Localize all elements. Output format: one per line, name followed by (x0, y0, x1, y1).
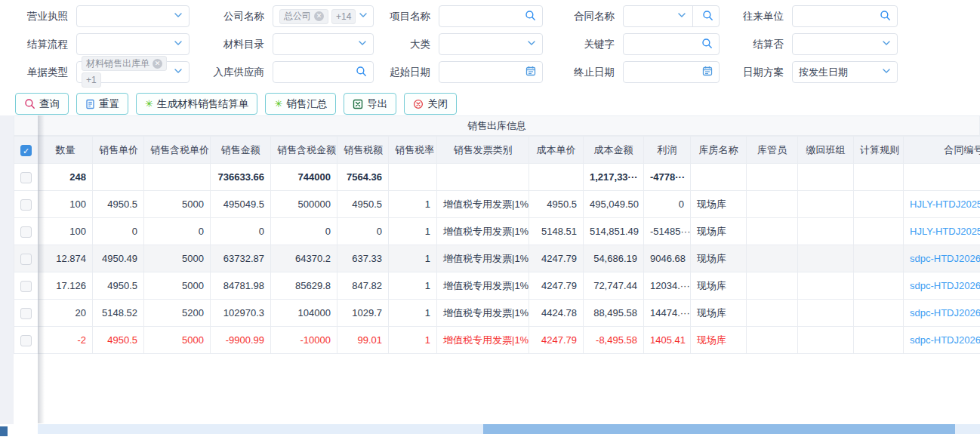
summary-row[interactable]: 248736633.667440007564.361,217,33···-477… (14, 164, 980, 191)
generate-settlement-button[interactable]: ✳生成材料销售结算单 (136, 93, 257, 115)
cell-invoice_type: 增值税专用发票|1% (437, 327, 529, 354)
contract-link[interactable]: HJLY-HTDJ20251 (910, 198, 980, 210)
column-header-invoice_type[interactable]: 销售发票类别 (437, 137, 529, 164)
scrollbar-corner (0, 426, 8, 436)
column-header-sale_price_tax[interactable]: 销售含税单价 (144, 137, 211, 164)
filter-field-counterparty[interactable] (792, 5, 898, 27)
cell-contract_no: HJLY-HTDJ20251 (904, 218, 980, 245)
cell-warehouse: 现场库 (691, 245, 747, 272)
cell-cost_amount: -8,495.58 (584, 327, 644, 354)
cell-cost_price: 4950.5 (529, 191, 584, 218)
cell-calc_rule (854, 327, 904, 354)
filter-field-major-class[interactable] (439, 33, 543, 55)
cell-sale_price_tax: 5000 (144, 327, 211, 354)
cell-qty: 100 (39, 191, 93, 218)
cell-qty: -2 (39, 327, 93, 354)
column-header-sale_price[interactable]: 销售单价 (93, 137, 144, 164)
row-checkbox[interactable] (20, 172, 32, 183)
filter-field-material-catalog[interactable] (273, 33, 374, 55)
column-header-sale_amount_tax[interactable]: 销售含税金额 (271, 137, 337, 164)
cell-warehouse: 现场库 (691, 191, 747, 218)
cell-warehouse: 现场库 (691, 327, 747, 354)
cell-cost_amount: 1,217,33··· (584, 164, 644, 191)
cell-sale_tax_rate: 1 (389, 218, 437, 245)
filter-field-date-scheme[interactable]: 按发生日期 (792, 61, 898, 83)
filter-field-doc-type[interactable]: 材料销售出库单✕+1 (76, 61, 190, 83)
tag-close-icon[interactable]: ✕ (153, 59, 162, 69)
table-row[interactable]: -24950.55000-9900.99-1000099.011增值税专用发票|… (14, 327, 980, 354)
column-header-sale_amount[interactable]: 销售金额 (211, 137, 271, 164)
select-all-checkbox[interactable]: ✓ (20, 145, 32, 156)
filter-field-settle-flow[interactable] (76, 33, 190, 55)
horizontal-scrollbar-thumb[interactable] (483, 424, 955, 434)
table-row[interactable]: 12.8744950.49500063732.8764370.2637.331增… (14, 245, 980, 272)
select-all-header: ✓ (14, 137, 39, 164)
table-row[interactable]: 205148.525200102970.31040001029.71增值税专用发… (14, 300, 980, 327)
contract-link[interactable]: sdpc-HTDJ20260 (910, 307, 980, 318)
reset-button[interactable]: 重置 (76, 93, 128, 115)
sales-summary-button[interactable]: ✳销售汇总 (265, 93, 336, 115)
query-button[interactable]: 查询 (15, 93, 69, 115)
column-header-cost_amount[interactable]: 成本金额 (584, 137, 644, 164)
filter-field-contract-name[interactable] (623, 5, 720, 27)
filter-field-project-name[interactable] (439, 5, 543, 27)
contract-link[interactable]: HJLY-HTDJ20251 (910, 226, 980, 237)
contract-link[interactable]: sdpc-HTDJ20260 (910, 280, 980, 291)
cell-contract_no: sdpc-HTDJ20260 (904, 300, 980, 327)
row-checkbox[interactable] (20, 335, 32, 346)
contract-link[interactable]: sdpc-HTDJ20260 (910, 334, 980, 346)
column-header-calc_rule[interactable]: 计算规则 (854, 137, 904, 164)
chevron-down-icon (527, 38, 536, 50)
row-checkbox[interactable] (20, 254, 32, 265)
contract-search-button[interactable] (696, 6, 719, 26)
cell-sale_tax_rate: 1 (389, 191, 437, 218)
close-button[interactable]: 关闭 (404, 93, 457, 115)
filter-field-company-name[interactable]: 总公司✕+14 (273, 5, 374, 27)
column-header-return_team[interactable]: 缴回班组 (798, 137, 854, 164)
cell-return_team (798, 327, 854, 354)
filter-field-settled-flag[interactable] (792, 33, 898, 55)
cell-calc_rule (854, 164, 904, 191)
cell-return_team (798, 245, 854, 272)
cell-calc_rule (854, 300, 904, 327)
filter-field-inbound-supplier[interactable] (273, 61, 374, 83)
column-header-sale_tax_rate[interactable]: 销售税率 (389, 137, 437, 164)
search-icon (24, 98, 35, 109)
cell-sale_amount_tax: 104000 (271, 300, 337, 327)
filter-label-start-date: 起始日期 (382, 66, 430, 79)
table-row[interactable]: 100000001增值税专用发票|1%5148.51514,851.49-514… (14, 218, 980, 245)
cell-sale_price_tax: 5000 (144, 191, 211, 218)
column-header-sale_tax[interactable]: 销售税额 (337, 137, 389, 164)
row-checkbox[interactable] (20, 199, 32, 211)
column-header-cost_price[interactable]: 成本单价 (529, 137, 584, 164)
filter-field-keyword[interactable] (623, 33, 720, 55)
column-header-contract_no[interactable]: 合同编号 (904, 137, 980, 164)
column-header-keeper[interactable]: 库管员 (747, 137, 798, 164)
cell-qty: 12.874 (39, 245, 93, 272)
cell-cost_price: 4424.78 (529, 300, 584, 327)
cell-sale_tax_rate: 1 (389, 272, 437, 300)
cell-warehouse: 现场库 (691, 272, 747, 300)
table-scroll-viewport[interactable]: ✓数量销售单价销售含税单价销售金额销售含税金额销售税额销售税率销售发票类别成本单… (14, 136, 980, 354)
cell-keeper (747, 191, 798, 218)
tag-close-icon[interactable]: ✕ (314, 11, 324, 21)
column-header-warehouse[interactable]: 库房名称 (691, 137, 747, 164)
table-row[interactable]: 1004950.55000495049.55000004950.51增值税专用发… (14, 191, 980, 218)
row-checkbox[interactable] (20, 226, 32, 238)
row-checkbox[interactable] (20, 308, 32, 319)
filter-label-counterparty: 往来单位 (728, 10, 784, 23)
filter-field-start-date[interactable] (439, 61, 543, 83)
filter-field-end-date[interactable] (623, 61, 720, 83)
column-header-qty[interactable]: 数量 (39, 137, 93, 164)
chevron-down-icon (174, 11, 183, 22)
cell-sale_price: 0 (93, 218, 144, 245)
table-row[interactable]: 17.1264950.5500084781.9885629.8847.821增值… (14, 272, 980, 300)
cell-cost_amount: 514,851.49 (584, 218, 644, 245)
horizontal-scrollbar[interactable] (38, 424, 980, 434)
filter-field-business-license[interactable] (76, 5, 190, 27)
column-header-profit[interactable]: 利润 (644, 137, 691, 164)
cell-sale_tax_rate (389, 164, 437, 191)
row-checkbox[interactable] (20, 281, 32, 292)
export-button[interactable]: 导出 (344, 93, 396, 115)
contract-link[interactable]: sdpc-HTDJ20260 (910, 253, 980, 264)
